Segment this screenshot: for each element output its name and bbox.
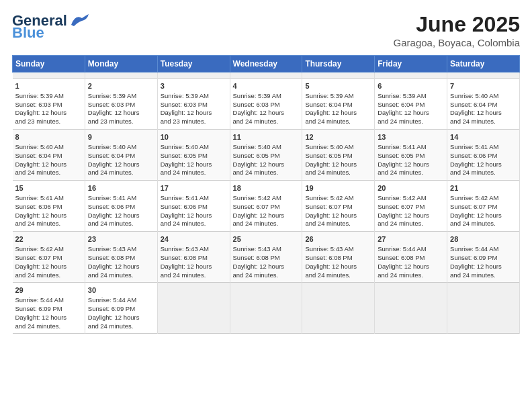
daylight-minutes: and 24 minutes. bbox=[233, 169, 279, 176]
daylight-minutes: and 24 minutes. bbox=[88, 220, 134, 227]
calendar-cell: 28Sunrise: 5:44 AMSunset: 6:09 PMDayligh… bbox=[447, 232, 520, 283]
calendar-week-row: 15Sunrise: 5:41 AMSunset: 6:06 PMDayligh… bbox=[13, 181, 520, 232]
sunset-info: Sunset: 6:04 PM bbox=[378, 101, 425, 108]
sunset-info: Sunset: 6:07 PM bbox=[233, 203, 280, 210]
header-sunday: Sunday bbox=[13, 56, 85, 73]
day-number: 2 bbox=[88, 81, 154, 91]
calendar-cell: 12Sunrise: 5:40 AMSunset: 6:05 PMDayligh… bbox=[302, 130, 375, 181]
day-number: 19 bbox=[305, 183, 371, 193]
daylight-info: Daylight: 12 hours bbox=[88, 161, 140, 168]
calendar-cell bbox=[447, 283, 520, 334]
daylight-minutes: and 23 minutes. bbox=[88, 118, 134, 125]
day-number: 5 bbox=[305, 81, 371, 91]
calendar-cell: 2Sunrise: 5:39 AMSunset: 6:03 PMDaylight… bbox=[85, 79, 157, 130]
sunrise-info: Sunrise: 5:42 AM bbox=[305, 194, 353, 201]
day-number: 11 bbox=[233, 132, 300, 142]
calendar-cell: 27Sunrise: 5:44 AMSunset: 6:08 PMDayligh… bbox=[375, 232, 447, 283]
sunrise-info: Sunrise: 5:41 AM bbox=[450, 143, 498, 150]
daylight-info: Daylight: 12 hours bbox=[305, 109, 357, 116]
calendar-cell: 29Sunrise: 5:44 AMSunset: 6:09 PMDayligh… bbox=[13, 283, 85, 334]
title-block: June 2025 Garagoa, Boyaca, Colombia bbox=[394, 12, 520, 48]
calendar-cell: 14Sunrise: 5:41 AMSunset: 6:06 PMDayligh… bbox=[447, 130, 520, 181]
daylight-info: Daylight: 12 hours bbox=[88, 212, 140, 219]
daylight-minutes: and 24 minutes. bbox=[378, 169, 423, 176]
day-number: 22 bbox=[15, 234, 82, 244]
calendar-cell bbox=[230, 283, 302, 334]
calendar-cell: 17Sunrise: 5:41 AMSunset: 6:06 PMDayligh… bbox=[157, 181, 230, 232]
sunrise-info: Sunrise: 5:42 AM bbox=[233, 194, 281, 201]
day-number: 10 bbox=[161, 132, 227, 142]
calendar-cell bbox=[302, 283, 375, 334]
sunset-info: Sunset: 6:06 PM bbox=[88, 203, 135, 210]
sunrise-info: Sunrise: 5:39 AM bbox=[88, 92, 136, 99]
daylight-minutes: and 24 minutes. bbox=[233, 271, 279, 279]
daylight-info: Daylight: 12 hours bbox=[378, 212, 429, 219]
day-number: 17 bbox=[161, 183, 227, 193]
daylight-info: Daylight: 12 hours bbox=[15, 263, 67, 270]
header-tuesday: Tuesday bbox=[157, 56, 230, 73]
day-number: 27 bbox=[378, 234, 444, 244]
sunset-info: Sunset: 6:06 PM bbox=[15, 203, 62, 210]
day-number: 12 bbox=[305, 132, 371, 142]
calendar-week-row: 29Sunrise: 5:44 AMSunset: 6:09 PMDayligh… bbox=[13, 283, 520, 334]
sunrise-info: Sunrise: 5:42 AM bbox=[450, 194, 498, 201]
daylight-info: Daylight: 12 hours bbox=[450, 263, 502, 270]
calendar-cell: 18Sunrise: 5:42 AMSunset: 6:07 PMDayligh… bbox=[230, 181, 302, 232]
daylight-info: Daylight: 12 hours bbox=[15, 161, 67, 168]
daylight-minutes: and 24 minutes. bbox=[305, 118, 351, 125]
daylight-minutes: and 24 minutes. bbox=[161, 271, 206, 279]
sunrise-info: Sunrise: 5:39 AM bbox=[233, 92, 281, 99]
sunrise-info: Sunrise: 5:42 AM bbox=[15, 245, 64, 253]
sunrise-info: Sunrise: 5:44 AM bbox=[450, 245, 498, 253]
calendar-week-row bbox=[13, 73, 520, 79]
daylight-minutes: and 23 minutes. bbox=[161, 118, 206, 125]
header-friday: Friday bbox=[375, 56, 447, 73]
sunset-info: Sunset: 6:09 PM bbox=[88, 305, 135, 312]
daylight-minutes: and 23 minutes. bbox=[15, 118, 61, 125]
sunrise-info: Sunrise: 5:41 AM bbox=[88, 194, 136, 201]
sunset-info: Sunset: 6:07 PM bbox=[15, 254, 62, 261]
daylight-minutes: and 24 minutes. bbox=[305, 169, 351, 176]
sunrise-info: Sunrise: 5:44 AM bbox=[88, 296, 136, 304]
calendar-cell: 19Sunrise: 5:42 AMSunset: 6:07 PMDayligh… bbox=[302, 181, 375, 232]
calendar-cell bbox=[85, 73, 157, 79]
sunrise-info: Sunrise: 5:41 AM bbox=[15, 194, 64, 201]
daylight-info: Daylight: 12 hours bbox=[88, 263, 140, 270]
calendar-cell bbox=[230, 73, 302, 79]
day-number: 18 bbox=[233, 183, 300, 193]
calendar-cell: 23Sunrise: 5:43 AMSunset: 6:08 PMDayligh… bbox=[85, 232, 157, 283]
daylight-minutes: and 24 minutes. bbox=[450, 118, 496, 125]
header-thursday: Thursday bbox=[302, 56, 375, 73]
daylight-minutes: and 24 minutes. bbox=[15, 271, 61, 279]
daylight-minutes: and 24 minutes. bbox=[450, 169, 496, 176]
daylight-info: Daylight: 12 hours bbox=[161, 109, 212, 116]
sunrise-info: Sunrise: 5:39 AM bbox=[15, 92, 64, 99]
sunrise-info: Sunrise: 5:43 AM bbox=[233, 245, 281, 253]
calendar-cell bbox=[375, 73, 447, 79]
day-number: 23 bbox=[88, 234, 154, 244]
day-number: 15 bbox=[15, 183, 82, 193]
sunset-info: Sunset: 6:05 PM bbox=[305, 152, 352, 159]
day-number: 25 bbox=[233, 234, 300, 244]
daylight-info: Daylight: 12 hours bbox=[450, 109, 502, 116]
daylight-info: Daylight: 12 hours bbox=[233, 161, 285, 168]
calendar-cell: 6Sunrise: 5:39 AMSunset: 6:04 PMDaylight… bbox=[375, 79, 447, 130]
daylight-minutes: and 24 minutes. bbox=[378, 220, 423, 227]
calendar-cell: 15Sunrise: 5:41 AMSunset: 6:06 PMDayligh… bbox=[13, 181, 85, 232]
daylight-minutes: and 24 minutes. bbox=[15, 322, 61, 330]
day-number: 3 bbox=[161, 81, 227, 91]
daylight-info: Daylight: 12 hours bbox=[88, 314, 140, 321]
calendar-title: June 2025 bbox=[394, 12, 520, 37]
calendar-cell: 10Sunrise: 5:40 AMSunset: 6:05 PMDayligh… bbox=[157, 130, 230, 181]
sunrise-info: Sunrise: 5:43 AM bbox=[161, 245, 209, 253]
daylight-minutes: and 24 minutes. bbox=[88, 169, 134, 176]
calendar-cell: 9Sunrise: 5:40 AMSunset: 6:04 PMDaylight… bbox=[85, 130, 157, 181]
sunrise-info: Sunrise: 5:41 AM bbox=[161, 194, 209, 201]
header: General Blue June 2025 Garagoa, Boyaca, … bbox=[12, 12, 520, 48]
day-number: 4 bbox=[233, 81, 300, 91]
daylight-info: Daylight: 12 hours bbox=[161, 161, 212, 168]
calendar-cell: 30Sunrise: 5:44 AMSunset: 6:09 PMDayligh… bbox=[85, 283, 157, 334]
day-number: 13 bbox=[378, 132, 444, 142]
sunset-info: Sunset: 6:08 PM bbox=[305, 254, 352, 261]
sunset-info: Sunset: 6:08 PM bbox=[378, 254, 425, 261]
